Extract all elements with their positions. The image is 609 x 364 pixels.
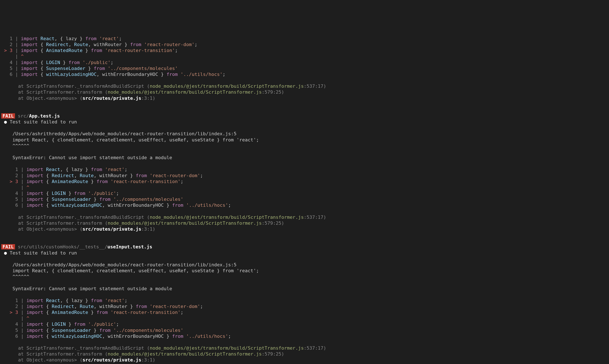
code-line: 5 | import { SuspenseLoader } from '../c… [1,328,183,333]
code-line-error: > 3 | import { AnimatedRoute } from 'rea… [1,48,178,53]
error-carets: ^^^^^^ [1,143,29,148]
code-line: 4 | import { LOGIN } from './public'; [1,60,113,65]
stack-line: at ScriptTransformer.transform (node_mod… [1,90,284,95]
error-import: import React, { cloneElement, createElem… [1,268,259,273]
code-line: 2 | import { Redirect, Route, withRouter… [1,304,203,309]
error-path: /Users/ashrithreddy/Apps/web/node_module… [1,262,237,267]
caret-line: | ^ [1,185,29,190]
stack-line: at ScriptTransformer.transform (node_mod… [1,221,284,226]
code-line: 4 | import { LOGIN } from './public'; [1,191,119,196]
code-line: 2 | import { Redirect, Route, withRouter… [1,42,197,47]
syntax-error: SyntaxError: Cannot use import statement… [1,155,172,160]
caret-line: | ^ [1,316,29,321]
code-line-error: > 3 | import { AnimatedRoute } from 'rea… [1,310,183,315]
fail-badge: FAIL [1,113,15,118]
syntax-error: SyntaxError: Cannot use import statement… [1,286,172,291]
code-line: 6 | import { withLazyLoadingHOC, withErr… [1,72,225,77]
code-line: 2 | import { Redirect, Route, withRouter… [1,173,203,178]
stack-line: at Object.<anonymous> (src/routes/privat… [1,226,155,232]
error-import: import React, { cloneElement, createElem… [1,137,259,143]
suite-error: ● Test suite failed to run [1,119,77,125]
code-line-error: > 3 | import { AnimatedRoute } from 'rea… [1,179,183,184]
stack-line: at ScriptTransformer._transformAndBuildS… [1,215,326,220]
stack-line: at Object.<anonymous> (src/routes/privat… [1,357,155,363]
stack-line: at ScriptTransformer.transform (node_mod… [1,351,284,357]
code-line: 5 | import { SuspenseLoader } from '../c… [1,66,178,71]
code-line: 6 | import { withLazyLoadingHOC, withErr… [1,334,231,339]
code-line: 6 | import { withLazyLoadingHOC, withErr… [1,203,231,208]
error-carets: ^^^^^^ [1,274,29,279]
caret-line: | ^ [1,54,24,59]
stack-line: at ScriptTransformer._transformAndBuildS… [1,83,326,89]
fail-header: FAIL src/App.test.js [1,113,60,118]
code-line: 1 | import React, { lazy } from 'react'; [1,167,127,172]
code-line: 4 | import { LOGIN } from './public'; [1,322,119,327]
fail-header: FAIL src/utils/customHooks/__tests__/use… [1,244,152,249]
code-line: 1 | import React, { lazy } from 'react'; [1,298,127,303]
error-path: /Users/ashrithreddy/Apps/web/node_module… [1,131,237,136]
terminal-output: 1 | import React, { lazy } from 'react';… [1,24,608,364]
stack-line: at Object.<anonymous> (src/routes/privat… [1,96,155,101]
stack-line: at ScriptTransformer._transformAndBuildS… [1,345,326,351]
code-line: 1 | import React, { lazy } from 'react'; [1,36,122,41]
code-line: 5 | import { SuspenseLoader } from '../c… [1,196,183,202]
suite-error: ● Test suite failed to run [1,250,77,256]
fail-badge: FAIL [1,244,15,249]
